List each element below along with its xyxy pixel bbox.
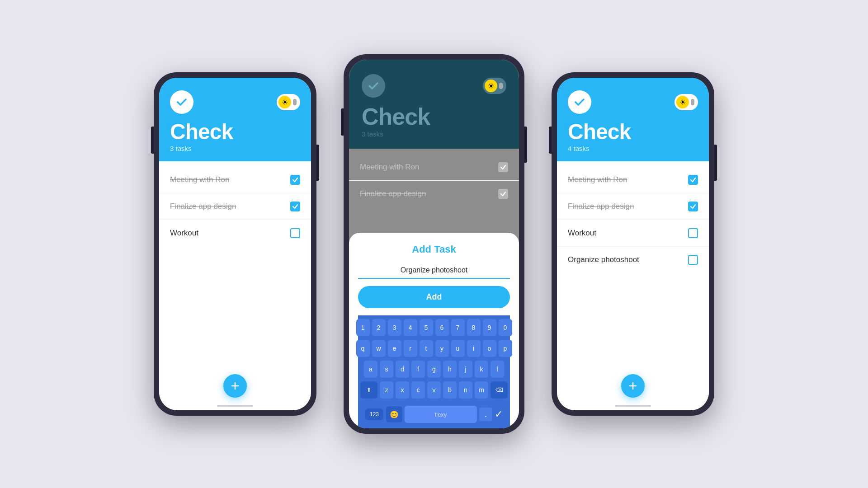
key-s[interactable]: s (380, 361, 393, 378)
key-m[interactable]: m (475, 381, 488, 399)
key-q[interactable]: q (356, 340, 370, 357)
key-n[interactable]: n (459, 381, 472, 399)
keyboard-emoji-button[interactable]: 😊 (386, 406, 402, 422)
toggle-line-left (293, 99, 297, 105)
key-9[interactable]: 9 (483, 319, 496, 336)
checkbox-right-0[interactable] (688, 175, 698, 185)
key-4[interactable]: 4 (404, 319, 417, 336)
checkbox-right-3[interactable] (688, 255, 698, 265)
task-label-left-0: Meeting with Ron (170, 175, 229, 184)
sun-icon-middle: ☀ (485, 80, 497, 92)
fab-left[interactable] (223, 374, 247, 398)
task-item-left-1: Finalize app design (159, 193, 311, 220)
add-task-panel: Add Task Add 1 2 3 4 5 6 7 8 9 0 q (349, 233, 519, 428)
task-label-mid-0: Meeting with Ron (360, 163, 419, 172)
key-b[interactable]: b (443, 381, 457, 399)
header-top-middle: ☀ (362, 74, 506, 98)
key-3[interactable]: 3 (388, 319, 401, 336)
key-z[interactable]: z (380, 381, 393, 399)
key-w[interactable]: w (372, 340, 386, 357)
task-label-left-2: Workout (170, 229, 198, 238)
key-a[interactable]: a (364, 361, 377, 378)
task-label-right-3: Organize photoshoot (568, 255, 639, 264)
key-6[interactable]: 6 (435, 319, 449, 336)
key-j[interactable]: j (459, 361, 472, 378)
key-7[interactable]: 7 (451, 319, 465, 336)
sun-icon-right: ☀ (676, 96, 689, 108)
key-8[interactable]: 8 (467, 319, 481, 336)
checkbox-left-2[interactable] (290, 228, 300, 238)
app-header-middle: ☀ Check 3 tasks (349, 60, 519, 149)
task-item-right-2: Workout (557, 220, 709, 247)
checkbox-right-1[interactable] (688, 202, 698, 211)
task-item-left-2: Workout (159, 220, 311, 246)
keyboard-return-key[interactable]: ✓ (495, 408, 503, 420)
key-t[interactable]: t (420, 340, 433, 357)
app-title-middle: Check (362, 105, 506, 128)
task-item-mid-1: Finalize app design (349, 181, 519, 207)
key-f[interactable]: f (411, 361, 425, 378)
app-logo-middle (362, 74, 385, 98)
checkbox-mid-1[interactable] (498, 189, 508, 199)
phone-middle: ☀ Check 3 tasks Meeting with Ron Finaliz… (344, 54, 524, 434)
task-count-left: 3 tasks (170, 145, 300, 152)
keyboard-row-asdf: a s d f g h j k l (360, 361, 508, 378)
keyboard-row-zxcv: ⬆ z x c v b n m ⌫ (360, 381, 508, 399)
key-5[interactable]: 5 (420, 319, 433, 336)
task-label-left-1: Finalize app design (170, 202, 236, 211)
app-logo-left (170, 90, 193, 114)
task-list-left: Meeting with Ron Finalize app design Wor… (159, 161, 311, 410)
phone-right: ☀ Check 4 tasks Meeting with Ron Finaliz… (552, 72, 714, 416)
task-label-right-1: Finalize app design (568, 202, 634, 211)
add-task-title: Add Task (358, 244, 510, 255)
key-y[interactable]: y (435, 340, 449, 357)
header-top-right: ☀ (568, 90, 698, 114)
add-task-button[interactable]: Add (358, 286, 510, 308)
task-label-right-0: Meeting with Ron (568, 175, 627, 184)
task-item-right-1: Finalize app design (557, 193, 709, 220)
checkbox-mid-0[interactable] (498, 162, 508, 172)
task-item-right-3: Organize photoshoot (557, 247, 709, 273)
key-1[interactable]: 1 (356, 319, 370, 336)
task-item-mid-0: Meeting with Ron (349, 154, 519, 181)
app-logo-right (568, 90, 591, 114)
key-p[interactable]: p (499, 340, 512, 357)
key-backspace[interactable]: ⌫ (491, 381, 508, 399)
theme-toggle-middle[interactable]: ☀ (483, 78, 506, 94)
keyboard-123-button[interactable]: 123 (365, 408, 383, 420)
phone-screen-right: ☀ Check 4 tasks Meeting with Ron Finaliz… (557, 78, 709, 410)
key-u[interactable]: u (451, 340, 465, 357)
key-d[interactable]: d (396, 361, 409, 378)
task-item-right-0: Meeting with Ron (557, 167, 709, 193)
theme-toggle-right[interactable]: ☀ (675, 94, 698, 110)
theme-toggle-left[interactable]: ☀ (277, 94, 300, 110)
key-o[interactable]: o (483, 340, 496, 357)
keyboard-row-qwerty: q w e r t y u i o p (360, 340, 508, 357)
checkbox-left-1[interactable] (290, 202, 300, 211)
task-input-field[interactable] (358, 263, 510, 279)
task-label-right-2: Workout (568, 229, 596, 238)
key-x[interactable]: x (396, 381, 409, 399)
keyboard-bottom-bar: 123 😊 flexy . ✓ (360, 402, 508, 428)
phone-screen-middle: ☀ Check 3 tasks Meeting with Ron Finaliz… (349, 60, 519, 428)
fab-right[interactable] (621, 374, 645, 398)
key-r[interactable]: r (404, 340, 417, 357)
key-e[interactable]: e (388, 340, 401, 357)
checkbox-right-2[interactable] (688, 228, 698, 238)
key-shift[interactable]: ⬆ (360, 381, 377, 399)
task-count-right: 4 tasks (568, 145, 698, 152)
key-v[interactable]: v (427, 381, 441, 399)
key-0[interactable]: 0 (499, 319, 512, 336)
key-2[interactable]: 2 (372, 319, 386, 336)
checkbox-left-0[interactable] (290, 175, 300, 185)
key-k[interactable]: k (475, 361, 488, 378)
key-c[interactable]: c (411, 381, 425, 399)
keyboard-space-key[interactable]: flexy (405, 406, 477, 423)
key-g[interactable]: g (427, 361, 441, 378)
key-l[interactable]: l (491, 361, 504, 378)
task-label-mid-1: Finalize app design (360, 189, 426, 198)
key-i[interactable]: i (467, 340, 481, 357)
key-h[interactable]: h (443, 361, 457, 378)
toggle-line-right (691, 99, 694, 105)
keyboard-dot-key[interactable]: . (479, 408, 492, 421)
